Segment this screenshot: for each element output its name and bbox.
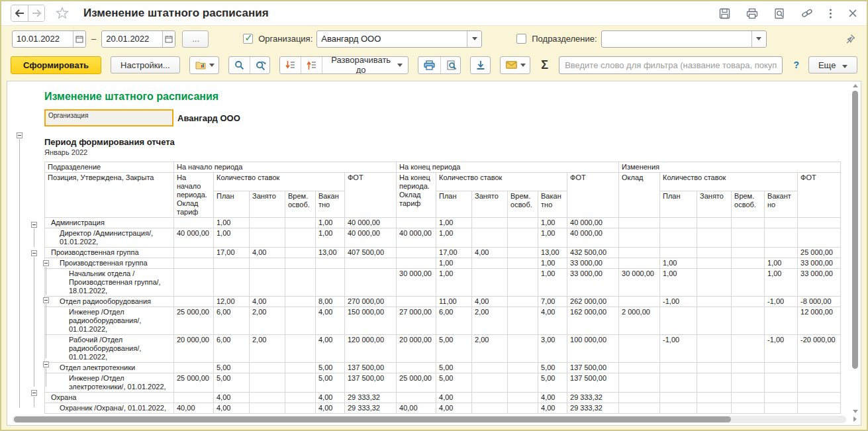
- value-cell[interactable]: [285, 248, 316, 258]
- group-collapse-button[interactable]: [43, 297, 49, 303]
- value-cell[interactable]: [765, 403, 798, 414]
- value-cell[interactable]: 20 000,00: [397, 335, 436, 363]
- value-cell[interactable]: [397, 218, 436, 228]
- value-cell[interactable]: [697, 218, 732, 228]
- value-cell[interactable]: [732, 403, 765, 414]
- value-cell[interactable]: 1,00: [538, 258, 567, 269]
- group-collapse-button[interactable]: [43, 361, 49, 367]
- value-cell[interactable]: [732, 363, 765, 373]
- value-cell[interactable]: 1,00: [436, 218, 472, 228]
- value-cell[interactable]: [697, 228, 732, 248]
- department-checkbox[interactable]: [516, 34, 526, 44]
- print-icon[interactable]: [746, 8, 758, 19]
- value-cell[interactable]: 25 000,00: [397, 373, 436, 393]
- organization-checkbox[interactable]: [243, 34, 253, 44]
- value-cell[interactable]: [619, 248, 660, 258]
- value-cell[interactable]: [472, 228, 508, 248]
- value-cell[interactable]: 30 000,00: [619, 269, 660, 297]
- row-name-cell[interactable]: Администрация: [45, 218, 174, 228]
- horizontal-scrollbar-thumb[interactable]: [14, 416, 731, 422]
- value-cell[interactable]: [765, 373, 798, 393]
- value-cell[interactable]: 4,00: [538, 307, 567, 335]
- value-cell[interactable]: [697, 363, 732, 373]
- organization-value[interactable]: Авангард ООО: [177, 113, 240, 123]
- row-name-cell[interactable]: Отдел радиооборудования: [45, 297, 174, 307]
- value-cell[interactable]: 5,00: [214, 373, 250, 393]
- group-collapse-button[interactable]: [31, 250, 37, 256]
- value-cell[interactable]: [508, 335, 538, 363]
- value-cell[interactable]: 33 000,00: [567, 258, 619, 269]
- value-cell[interactable]: [250, 228, 285, 248]
- value-cell[interactable]: 5,00: [538, 363, 567, 373]
- value-cell[interactable]: [508, 297, 538, 307]
- collapse-groups-button[interactable]: [301, 57, 322, 73]
- value-cell[interactable]: 4,00: [214, 403, 250, 414]
- value-cell[interactable]: [765, 248, 798, 258]
- forward-button[interactable]: [28, 5, 44, 21]
- report-variants-button[interactable]: [190, 57, 219, 73]
- row-name-cell[interactable]: Начальник отдела /Производственная групп…: [45, 269, 174, 297]
- value-cell[interactable]: [250, 393, 285, 403]
- link-icon[interactable]: [801, 8, 813, 19]
- value-cell[interactable]: 6,00: [436, 307, 472, 335]
- value-cell[interactable]: 4,00: [316, 393, 345, 403]
- value-cell[interactable]: 40 000,00: [567, 218, 619, 228]
- value-cell[interactable]: [285, 307, 316, 335]
- value-cell[interactable]: [472, 403, 508, 414]
- value-cell[interactable]: [397, 297, 436, 307]
- value-cell[interactable]: [174, 248, 214, 258]
- row-name-cell[interactable]: Охрана: [45, 393, 174, 403]
- value-cell[interactable]: [508, 228, 538, 248]
- organization-input[interactable]: [317, 31, 467, 47]
- value-cell[interactable]: [285, 228, 316, 248]
- value-cell[interactable]: 407 500,00: [345, 248, 397, 258]
- value-cell[interactable]: [619, 258, 660, 269]
- value-cell[interactable]: [697, 307, 732, 335]
- value-cell[interactable]: [619, 403, 660, 414]
- row-name-cell[interactable]: Инженер /Отдел электротехники/, 01.01.20…: [45, 373, 174, 393]
- value-cell[interactable]: [508, 373, 538, 393]
- value-cell[interactable]: 25 000,00: [798, 248, 841, 258]
- value-cell[interactable]: [397, 363, 436, 373]
- scroll-down-arrow[interactable]: [853, 410, 858, 413]
- value-cell[interactable]: 17,00: [436, 248, 472, 258]
- help-link[interactable]: ?: [793, 60, 799, 70]
- value-cell[interactable]: -1,00: [660, 297, 697, 307]
- value-cell[interactable]: [397, 248, 436, 258]
- value-cell[interactable]: 270 000,00: [345, 297, 397, 307]
- value-cell[interactable]: [697, 258, 732, 269]
- value-cell[interactable]: 33 000,00: [567, 269, 619, 297]
- value-cell[interactable]: [250, 218, 285, 228]
- value-cell[interactable]: [798, 218, 841, 228]
- row-name-cell[interactable]: Инженер /Отдел радиооборудования/, 01.01…: [45, 307, 174, 335]
- more-dots-icon[interactable]: [829, 8, 832, 19]
- value-cell[interactable]: 4,00: [316, 335, 345, 363]
- value-cell[interactable]: 4,00: [472, 297, 508, 307]
- value-cell[interactable]: [345, 258, 397, 269]
- value-cell[interactable]: 5,00: [538, 373, 567, 393]
- value-cell[interactable]: 137 500,00: [567, 373, 619, 393]
- value-cell[interactable]: 1,00: [765, 269, 798, 297]
- value-cell[interactable]: 4,00: [538, 393, 567, 403]
- value-cell[interactable]: 27 000,00: [397, 307, 436, 335]
- value-cell[interactable]: [508, 258, 538, 269]
- value-cell[interactable]: [174, 258, 214, 269]
- value-cell[interactable]: [285, 373, 316, 393]
- value-cell[interactable]: -20 000,00: [798, 335, 841, 363]
- value-cell[interactable]: 12 000,00: [798, 307, 841, 335]
- value-cell[interactable]: [472, 269, 508, 297]
- value-cell[interactable]: 162 000,00: [567, 307, 619, 335]
- value-cell[interactable]: -1,00: [765, 297, 798, 307]
- value-cell[interactable]: 30 000,00: [397, 269, 436, 297]
- period-to-input[interactable]: [102, 31, 162, 47]
- value-cell[interactable]: [174, 269, 214, 297]
- value-cell[interactable]: [732, 373, 765, 393]
- search-button[interactable]: [229, 57, 250, 73]
- settings-button[interactable]: Настройки...: [111, 56, 180, 73]
- value-cell[interactable]: 40,00: [174, 403, 214, 414]
- group-collapse-button[interactable]: [17, 132, 23, 138]
- value-cell[interactable]: 13,00: [538, 248, 567, 258]
- value-cell[interactable]: [765, 363, 798, 373]
- value-cell[interactable]: [697, 269, 732, 297]
- value-cell[interactable]: [765, 218, 798, 228]
